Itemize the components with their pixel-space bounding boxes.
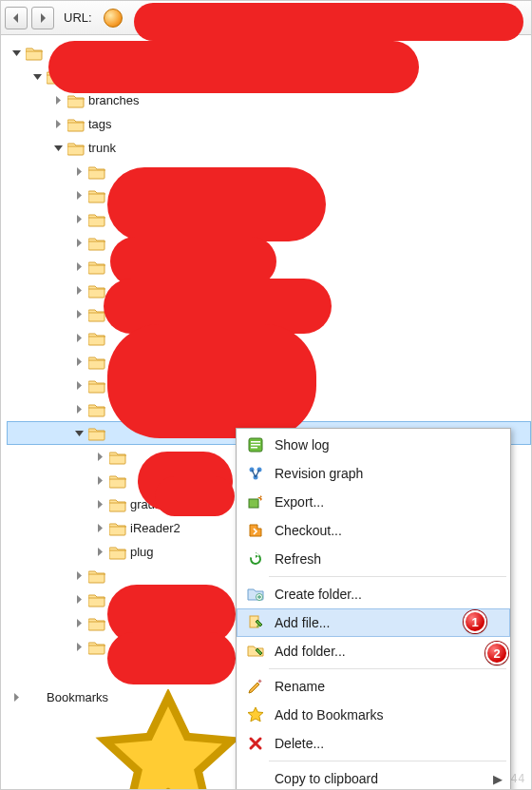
expand-icon[interactable]	[73, 643, 85, 651]
menu-separator	[269, 576, 506, 577]
folder-icon	[88, 402, 105, 417]
redaction-blob	[107, 324, 316, 438]
expand-icon[interactable]	[73, 334, 85, 342]
callout-1: 1	[464, 610, 486, 633]
menu-label: Refresh	[275, 551, 321, 567]
folder-icon	[88, 378, 105, 394]
tree-item-tags[interactable]: tags	[7, 112, 531, 136]
expand-icon[interactable]	[52, 96, 64, 105]
menu-separator	[269, 761, 506, 761]
folder-icon	[88, 260, 105, 275]
expand-icon[interactable]	[94, 548, 105, 556]
delete-icon	[244, 735, 267, 752]
expand-icon[interactable]	[73, 191, 85, 200]
tree-label: branches	[88, 93, 139, 107]
svg-rect-10	[257, 679, 261, 683]
folder-icon	[67, 141, 85, 156]
folder-icon	[88, 164, 105, 180]
expand-icon[interactable]	[94, 524, 105, 532]
folder-icon	[109, 545, 126, 560]
expand-icon[interactable]	[73, 381, 85, 390]
add-folder-icon	[244, 643, 267, 660]
menu-label: Revision graph	[275, 466, 363, 481]
folder-icon	[109, 521, 126, 536]
expand-icon[interactable]	[73, 595, 85, 604]
folder-icon	[109, 473, 126, 489]
menu-create-folder[interactable]: Create folder...	[237, 580, 510, 608]
expand-icon[interactable]	[94, 476, 105, 485]
svg-rect-7	[249, 499, 258, 508]
tree-label: Bookmarks	[47, 690, 108, 704]
expand-icon[interactable]	[73, 429, 85, 437]
folder-icon	[67, 117, 85, 132]
menu-export[interactable]: Export...	[237, 488, 510, 516]
svg-rect-3	[251, 447, 257, 449]
menu-checkout[interactable]: Checkout...	[237, 516, 510, 545]
folder-icon	[88, 236, 105, 251]
expand-icon[interactable]	[94, 453, 105, 461]
expand-icon[interactable]	[73, 310, 85, 318]
menu-label: Add to Bookmarks	[275, 707, 383, 723]
tree-label: iReader2	[130, 521, 180, 535]
folder-icon	[88, 188, 105, 203]
redaction-blob	[48, 41, 419, 93]
folder-icon	[88, 283, 105, 299]
menu-add-bookmarks[interactable]: Add to Bookmarks	[237, 701, 510, 729]
checkout-icon	[244, 522, 267, 539]
forward-button[interactable]	[31, 7, 54, 29]
submenu-arrow-icon: ▶	[493, 772, 503, 786]
expand-icon[interactable]	[52, 144, 64, 152]
expand-icon[interactable]	[73, 619, 85, 627]
url-label: URL:	[64, 10, 92, 25]
graph-icon	[244, 465, 267, 482]
menu-copy-clipboard[interactable]: Copy to clipboard▶	[237, 764, 510, 790]
menu-add-folder[interactable]: Add folder...	[237, 637, 510, 665]
export-icon	[244, 493, 267, 511]
callout-2: 2	[485, 642, 508, 665]
folder-icon	[88, 212, 105, 227]
folder-icon	[109, 450, 126, 465]
expand-icon[interactable]	[52, 120, 64, 128]
expand-icon[interactable]	[73, 405, 85, 414]
menu-label: Show log	[275, 437, 330, 453]
menu-show-log[interactable]: Show log	[237, 431, 510, 459]
repo-icon	[104, 9, 123, 28]
expand-icon[interactable]	[73, 167, 85, 176]
tree-item-trunk[interactable]: trunk	[7, 136, 531, 160]
expand-icon[interactable]	[73, 262, 85, 271]
expand-icon[interactable]	[73, 357, 85, 366]
folder-icon	[88, 616, 105, 631]
menu-separator	[269, 668, 506, 669]
menu-label: Create folder...	[275, 587, 362, 602]
menu-revision-graph[interactable]: Revision graph	[237, 459, 510, 488]
expand-icon[interactable]	[94, 500, 105, 509]
menu-refresh[interactable]: Refresh	[237, 545, 510, 573]
folder-icon	[88, 640, 105, 655]
menu-label: Rename	[275, 679, 325, 694]
expand-icon[interactable]	[31, 72, 43, 81]
menu-label: Delete...	[275, 736, 324, 751]
redaction-blob	[134, 3, 523, 41]
log-icon	[244, 436, 267, 453]
redaction-blob	[107, 632, 236, 684]
expand-icon[interactable]	[73, 286, 85, 295]
menu-label: Copy to clipboard	[275, 771, 378, 786]
tree-label: plug	[130, 545, 154, 559]
menu-rename[interactable]: Rename	[237, 672, 510, 701]
expand-icon[interactable]	[73, 215, 85, 223]
star-icon	[26, 689, 43, 706]
expand-icon[interactable]	[10, 48, 22, 57]
menu-label: Add folder...	[275, 644, 346, 659]
folder-icon	[67, 93, 85, 108]
menu-label: Export...	[275, 494, 324, 510]
folder-icon	[88, 426, 105, 441]
rename-icon	[244, 678, 267, 695]
expand-icon[interactable]	[73, 239, 85, 247]
menu-delete[interactable]: Delete...	[237, 729, 510, 758]
refresh-icon	[244, 550, 267, 568]
folder-icon	[88, 592, 105, 607]
menu-label: Add file...	[275, 615, 330, 630]
expand-icon[interactable]	[73, 571, 85, 580]
back-button[interactable]	[5, 7, 28, 29]
expand-icon[interactable]	[10, 693, 22, 702]
